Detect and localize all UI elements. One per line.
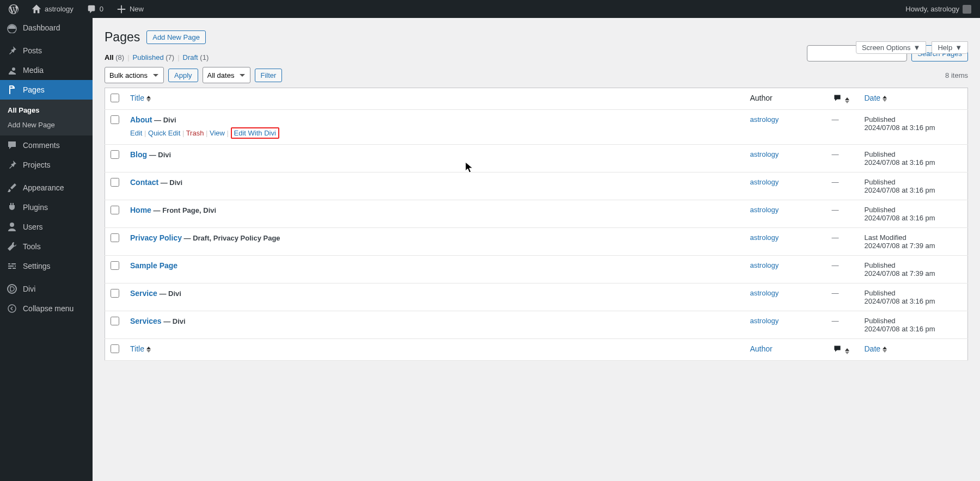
new-link[interactable]: New	[112, 0, 148, 18]
screen-options-button[interactable]: Screen Options ▼	[856, 41, 926, 54]
author-link[interactable]: astrology	[750, 233, 779, 242]
col-date-sort[interactable]: Date	[865, 94, 881, 102]
menu-appearance[interactable]: Appearance	[0, 178, 93, 198]
table-row: Services — Divi astrology — Published202…	[105, 311, 968, 339]
author-link[interactable]: astrology	[750, 115, 779, 124]
table-row: Service — Divi astrology — Published2024…	[105, 283, 968, 311]
submenu-all-pages[interactable]: All Pages	[0, 103, 93, 118]
row-checkbox[interactable]	[111, 233, 119, 242]
action-edit[interactable]: Edit	[130, 129, 142, 137]
author-link[interactable]: astrology	[750, 150, 779, 158]
menu-label: Pages	[23, 85, 45, 94]
author-link[interactable]: astrology	[750, 317, 779, 325]
menu-users[interactable]: Users	[0, 217, 93, 237]
menu-pages[interactable]: Pages	[0, 80, 93, 100]
status-text: Published	[865, 261, 896, 269]
site-home-link[interactable]: astrology	[27, 0, 78, 18]
page-title-link[interactable]: Sample Page	[130, 261, 177, 270]
wp-logo[interactable]	[4, 0, 23, 18]
row-checkbox[interactable]	[111, 317, 119, 325]
svg-point-1	[8, 285, 16, 293]
author-link[interactable]: astrology	[750, 206, 779, 214]
page-title-link[interactable]: Home	[130, 206, 151, 214]
comments-value: —	[832, 261, 839, 269]
col-author: Author	[745, 339, 826, 361]
menu-divi[interactable]: Divi	[0, 279, 93, 299]
status-text: Published	[865, 289, 896, 297]
content-area: Screen Options ▼ Help ▼ Pages Add New Pa…	[93, 18, 980, 481]
menu-label: Appearance	[23, 183, 64, 192]
author-link[interactable]: astrology	[750, 178, 779, 186]
filter-button[interactable]: Filter	[255, 69, 283, 82]
comment-icon[interactable]	[832, 94, 843, 102]
comments-link[interactable]: 0	[82, 0, 108, 18]
filter-published[interactable]: Published	[133, 53, 164, 61]
col-title-sort[interactable]: Title	[130, 344, 144, 353]
menu-plugins[interactable]: Plugins	[0, 198, 93, 217]
action-quick-edit[interactable]: Quick Edit	[148, 129, 180, 137]
brush-icon	[7, 182, 17, 193]
col-date-sort[interactable]: Date	[865, 344, 881, 353]
filter-draft[interactable]: Draft	[183, 53, 198, 61]
table-row: Blog — Divi astrology — Published2024/07…	[105, 145, 968, 172]
author-link[interactable]: astrology	[750, 261, 779, 269]
col-title-sort[interactable]: Title	[130, 94, 144, 102]
date-text: 2024/07/08 at 3:16 pm	[865, 214, 935, 222]
divi-icon	[7, 283, 17, 294]
row-checkbox[interactable]	[111, 206, 119, 214]
action-edit-divi[interactable]: Edit With Divi	[234, 129, 276, 137]
date-filter-select[interactable]: All dates	[203, 67, 250, 83]
page-title-link[interactable]: Service	[130, 289, 157, 298]
sort-icon	[845, 348, 849, 354]
page-title-link[interactable]: Blog	[130, 150, 147, 159]
page-title-link[interactable]: About	[130, 115, 152, 124]
page-title-link[interactable]: Services	[130, 317, 162, 325]
date-text: 2024/07/08 at 3:16 pm	[865, 186, 935, 194]
account-link[interactable]: Howdy, astrology	[901, 0, 976, 18]
row-checkbox[interactable]	[111, 261, 119, 270]
action-trash[interactable]: Trash	[186, 129, 204, 137]
gauge-icon	[7, 22, 17, 33]
table-row: Contact — Divi astrology — Published2024…	[105, 172, 968, 200]
menu-projects[interactable]: Projects	[0, 155, 93, 175]
page-title-link[interactable]: Contact	[130, 178, 158, 187]
comments-value: —	[832, 206, 839, 214]
menu-tools[interactable]: Tools	[0, 237, 93, 256]
menu-collapse[interactable]: Collapse menu	[0, 299, 93, 318]
apply-button[interactable]: Apply	[168, 69, 198, 82]
home-icon	[32, 4, 41, 14]
page-suffix: — Front Page, Divi	[151, 206, 216, 214]
select-all-checkbox[interactable]	[111, 94, 119, 102]
author-link[interactable]: astrology	[750, 289, 779, 297]
filter-count: (8)	[115, 53, 124, 61]
menu-posts[interactable]: Posts	[0, 41, 93, 60]
page-title-link[interactable]: Privacy Policy	[130, 233, 182, 242]
row-checkbox[interactable]	[111, 289, 119, 298]
status-text: Published	[865, 178, 896, 186]
menu-dashboard[interactable]: Dashboard	[0, 18, 93, 38]
date-text: 2024/07/08 at 7:39 am	[865, 242, 935, 250]
menu-settings[interactable]: Settings	[0, 256, 93, 276]
submenu-add-new[interactable]: Add New Page	[0, 118, 93, 132]
menu-media[interactable]: Media	[0, 60, 93, 80]
wordpress-icon	[9, 4, 19, 14]
date-text: 2024/07/08 at 3:16 pm	[865, 297, 935, 305]
bulk-actions-select[interactable]: Bulk actions	[105, 67, 164, 83]
help-button[interactable]: Help ▼	[932, 41, 968, 54]
menu-comments[interactable]: Comments	[0, 135, 93, 155]
comments-value: —	[832, 178, 839, 186]
menu-label: Media	[23, 66, 44, 75]
comments-value: —	[832, 115, 839, 124]
filter-all[interactable]: All	[105, 53, 114, 61]
row-checkbox[interactable]	[111, 150, 119, 159]
action-view[interactable]: View	[210, 129, 225, 137]
menu-label: Comments	[23, 141, 60, 150]
row-checkbox[interactable]	[111, 178, 119, 187]
select-all-checkbox-footer[interactable]	[111, 344, 119, 353]
add-new-button[interactable]: Add New Page	[146, 30, 206, 44]
comment-icon[interactable]	[832, 344, 843, 353]
row-checkbox[interactable]	[111, 115, 119, 124]
new-label: New	[130, 5, 144, 13]
status-text: Published	[865, 317, 896, 325]
svg-point-2	[8, 305, 16, 312]
